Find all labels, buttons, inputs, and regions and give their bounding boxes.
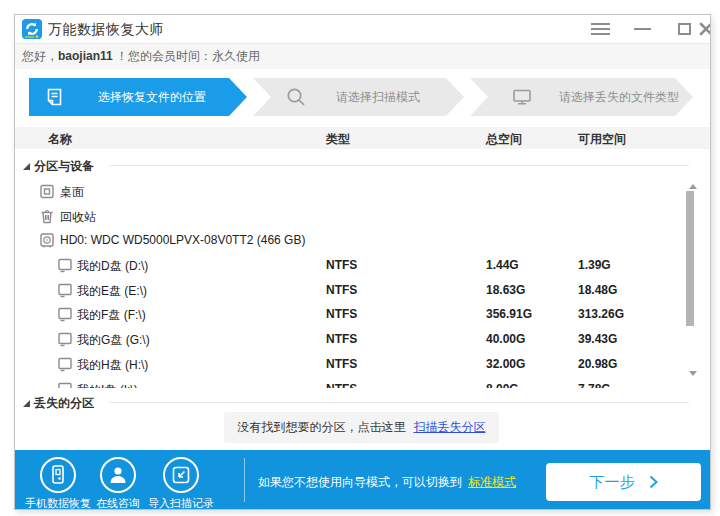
monitor-icon	[513, 89, 531, 105]
column-total: 总空间	[486, 131, 522, 148]
partition-icon	[58, 258, 72, 273]
section-lost-partitions[interactable]: 丢失的分区	[15, 391, 710, 414]
standard-mode-link[interactable]: 标准模式	[468, 475, 516, 489]
list-item-drive-h[interactable]: 我的H盘 (H:\) NTFS32.00G20.98G	[15, 352, 710, 377]
list-item-drive-g[interactable]: 我的G盘 (G:\) NTFS40.00G39.43G	[15, 327, 710, 352]
list-item-desktop[interactable]: 桌面	[15, 179, 710, 204]
close-button[interactable]	[696, 19, 711, 39]
footer-divider	[244, 458, 245, 502]
desktop-icon	[40, 184, 54, 199]
footer-bar: 手机数据恢复 在线咨询 导入扫描记录 如果您不想使用向导模式，可以切换到标准模式…	[15, 450, 710, 509]
column-free: 可用空间	[578, 131, 626, 148]
partition-icon	[58, 357, 72, 372]
scrollbar-up-arrow-icon[interactable]	[689, 184, 697, 189]
expand-triangle-icon	[23, 400, 30, 407]
step-select-location[interactable]: 选择恢复文件的位置	[29, 78, 247, 116]
app-window: 万能数据恢复大师 您好，baojian11 ！您的会员时间：永久使用 选择恢复文…	[14, 14, 711, 510]
maximize-button[interactable]	[674, 19, 694, 39]
partition-icon	[58, 382, 72, 389]
recycle-bin-icon	[40, 209, 54, 224]
list-item-hd0[interactable]: HD0: WDC WD5000LPVX-08V0TT2 (466 GB)	[15, 228, 710, 253]
username: baojian11	[58, 49, 113, 63]
list-item-drive-f[interactable]: 我的F盘 (F:\) NTFS356.91G313.26G	[15, 302, 710, 327]
scrollbar-thumb[interactable]	[686, 191, 694, 326]
list-item-drive-i[interactable]: 我的I盘 (I:\) NTFS8.00G7.78G	[15, 377, 710, 389]
lost-partition-hint: 没有找到想要的分区，点击这里 扫描丢失分区	[224, 412, 499, 443]
person-icon	[107, 464, 129, 486]
next-button[interactable]: 下一步	[546, 463, 701, 501]
import-scan-record-button[interactable]: 导入扫描记录	[141, 457, 221, 510]
scan-lost-partition-link[interactable]: 扫描丢失分区	[414, 419, 486, 436]
step-scan-mode[interactable]: 请选择扫描模式	[253, 78, 464, 116]
table-header: 名称 类型 总空间 可用空间	[15, 127, 710, 149]
document-icon	[47, 88, 62, 106]
wizard-steps: 选择恢复文件的位置 请选择扫描模式 请选择丢失的文件类型	[15, 78, 710, 116]
phone-icon	[48, 464, 68, 486]
greeting-bar: 您好，baojian11 ！您的会员时间：永久使用	[15, 43, 710, 69]
column-type: 类型	[326, 131, 350, 148]
step-file-type[interactable]: 请选择丢失的文件类型	[470, 78, 693, 116]
minimize-button[interactable]	[632, 19, 652, 39]
partition-icon	[58, 283, 72, 298]
search-icon	[286, 87, 306, 107]
expand-triangle-icon	[23, 163, 30, 170]
list-item-drive-e[interactable]: 我的E盘 (E:\) NTFS18.63G18.48G	[15, 278, 710, 303]
section-devices[interactable]: 分区与设备	[15, 154, 710, 177]
list-item-recycle-bin[interactable]: 回收站	[15, 204, 710, 229]
mode-switch-text: 如果您不想使用向导模式，可以切换到标准模式	[258, 474, 516, 491]
device-list: 桌面 回收站 HD0: WDC WD5000LPVX-08V0TT2 (466 …	[15, 179, 710, 388]
menu-icon[interactable]	[590, 19, 610, 39]
chevron-right-icon	[649, 475, 658, 489]
partition-icon	[58, 332, 72, 347]
partition-icon	[58, 307, 72, 322]
scrollbar-down-arrow-icon[interactable]	[689, 371, 697, 376]
hard-drive-icon	[40, 233, 54, 248]
list-item-drive-d[interactable]: 我的D盘 (D:\) NTFS1.44G1.39G	[15, 253, 710, 278]
column-name: 名称	[48, 131, 72, 148]
title-bar: 万能数据恢复大师	[15, 15, 710, 43]
import-icon	[171, 465, 191, 485]
